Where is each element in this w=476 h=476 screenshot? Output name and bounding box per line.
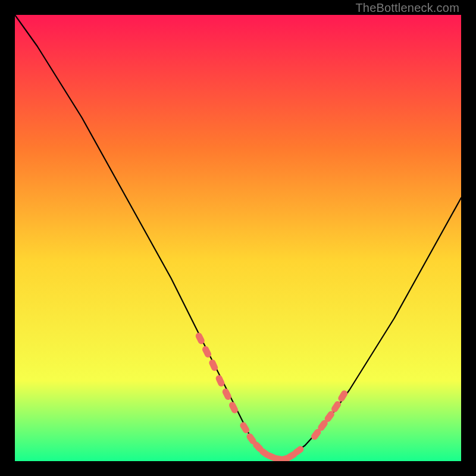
watermark-text: TheBottleneck.com — [355, 1, 459, 15]
chart-frame — [15, 15, 461, 461]
bottleneck-chart — [15, 15, 461, 461]
gradient-background — [15, 15, 461, 461]
